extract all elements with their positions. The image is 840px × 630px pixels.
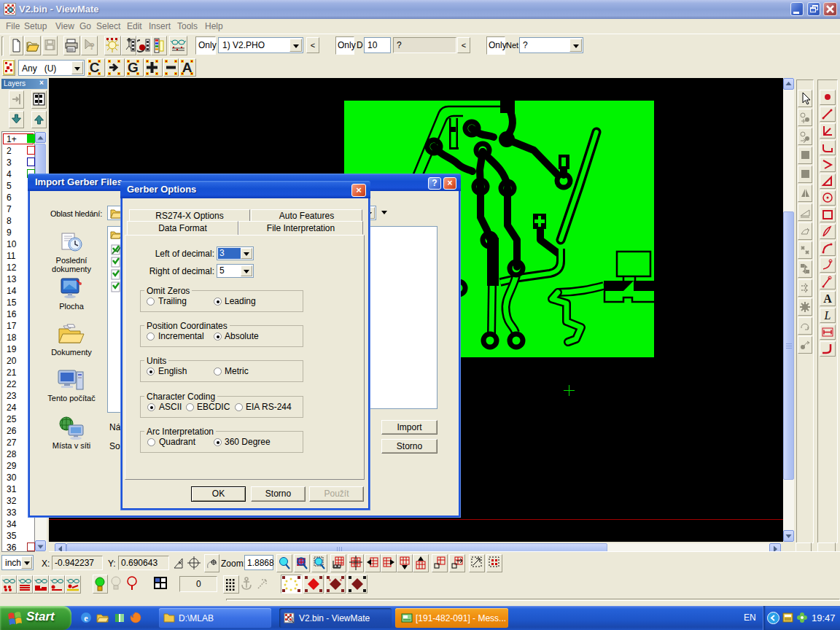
svg-text:A: A: [182, 60, 192, 75]
svg-text:s: s: [329, 578, 331, 582]
svg-text:e: e: [84, 613, 88, 623]
svg-text:G: G: [128, 60, 139, 75]
svg-text:s: s: [340, 578, 342, 582]
svg-text:C: C: [90, 60, 100, 75]
svg-text:L: L: [824, 309, 831, 322]
svg-text:?: ?: [89, 41, 95, 52]
svg-text:A: A: [823, 292, 832, 305]
